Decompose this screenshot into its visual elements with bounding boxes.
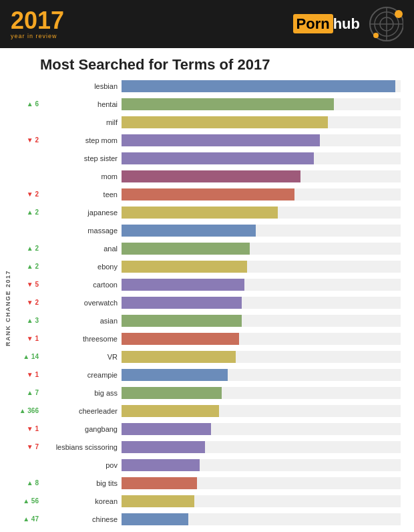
rank-change: ▲ 8 — [13, 479, 41, 487]
bar-container — [122, 369, 401, 381]
bar-fill — [122, 423, 211, 435]
rank-change: ▲ 2 — [13, 209, 41, 216]
bar-row: ▼ 2teen — [13, 186, 401, 203]
bar-fill — [122, 459, 200, 471]
deco-circles — [367, 6, 403, 43]
bar-row: ▲ 2anal — [13, 240, 401, 257]
bar-label: big ass — [41, 389, 122, 397]
bar-container — [122, 152, 401, 164]
bar-row: mom — [13, 168, 401, 184]
bar-row: ▼ 1gangbang — [13, 420, 401, 437]
bar-fill — [122, 98, 334, 110]
bar-fill — [122, 261, 247, 273]
bar-label: cartoon — [41, 281, 122, 289]
bar-container — [122, 495, 401, 507]
rank-change: ▲ 2 — [13, 245, 41, 252]
bar-row: ▼ 1threesome — [13, 330, 401, 347]
bar-container — [122, 80, 401, 92]
rank-change: ▲ 6 — [13, 100, 41, 108]
bar-label: ebony — [41, 263, 122, 271]
bar-fill — [122, 297, 242, 309]
bar-row: ▼ 7lesbians scissoring — [13, 438, 401, 455]
bar-label: asian — [41, 317, 122, 325]
bar-fill — [122, 279, 244, 291]
bar-fill — [122, 80, 395, 92]
bar-fill — [122, 369, 228, 381]
bar-container — [122, 279, 401, 291]
bar-label: step mom — [41, 136, 122, 144]
bar-container — [122, 225, 401, 237]
rank-change: ▼ 2 — [13, 136, 41, 144]
bar-row: ▲ 6hentai — [13, 96, 401, 112]
bar-row: lesbian — [13, 78, 401, 94]
bar-container — [122, 405, 401, 417]
rank-change: ▲ 2 — [13, 263, 41, 270]
bar-container — [122, 441, 401, 453]
bar-label: hentai — [41, 100, 122, 108]
bar-row: ▲ 8big tits — [13, 475, 401, 491]
ph-logo-text: Porn — [293, 14, 333, 33]
bar-row: massage — [13, 222, 401, 239]
bar-label: anal — [41, 245, 122, 253]
bar-fill — [122, 405, 219, 417]
bar-label: teen — [41, 190, 122, 198]
bar-container — [122, 207, 401, 219]
bar-label: japanese — [41, 209, 122, 217]
bar-fill — [122, 495, 194, 507]
bar-row: ▲ 366cheerleader — [13, 402, 401, 419]
year-number: 2017 — [11, 9, 64, 33]
bar-container — [122, 188, 401, 201]
bar-label: step sister — [41, 154, 122, 162]
bar-fill — [122, 351, 236, 363]
svg-point-6 — [373, 33, 379, 38]
bar-container — [122, 297, 401, 309]
bar-label: big tits — [41, 479, 122, 487]
bar-row: ▲ 2ebony — [13, 258, 401, 275]
bar-row: ▼ 1creampie — [13, 366, 401, 383]
bar-fill — [122, 441, 205, 453]
bar-container — [122, 513, 401, 525]
bar-fill — [122, 243, 250, 255]
rank-change: ▲ 47 — [13, 515, 41, 523]
year-logo: 2017 year in review — [11, 9, 64, 39]
bar-container — [122, 351, 401, 363]
bar-fill — [122, 513, 188, 525]
rank-change: ▼ 7 — [13, 443, 41, 450]
bar-row: ▲ 3asian — [13, 312, 401, 329]
bar-label: lesbians scissoring — [41, 443, 122, 451]
bar-label: mom — [41, 172, 122, 180]
bar-label: lesbian — [41, 82, 122, 90]
rank-change: ▲ 366 — [13, 407, 41, 414]
logo-right: Pornhub — [293, 6, 403, 43]
rank-change: ▲ 3 — [13, 317, 41, 324]
bar-fill — [122, 207, 278, 219]
bar-row: ▲ 14VR — [13, 348, 401, 365]
bar-label: gangbang — [41, 425, 122, 433]
bar-row: ▲ 7big ass — [13, 384, 401, 401]
bar-fill — [122, 170, 300, 182]
rank-change: ▼ 5 — [13, 281, 41, 288]
rank-change: ▼ 1 — [13, 425, 41, 432]
bar-label: pov — [41, 461, 122, 469]
rank-change: ▼ 1 — [13, 371, 41, 378]
svg-point-5 — [395, 10, 403, 18]
bar-row: ▲ 56korean — [13, 493, 401, 509]
bar-label: korean — [41, 497, 122, 505]
bar-container — [122, 170, 401, 182]
bar-container — [122, 333, 401, 345]
bar-container — [122, 243, 401, 255]
header: 2017 year in review Pornhub — [0, 0, 414, 48]
bar-row: ▲ 47chinese — [13, 511, 401, 527]
bar-fill — [122, 134, 320, 146]
bar-label: creampie — [41, 371, 122, 379]
chart-title: Most Searched for Terms of 2017 — [0, 48, 414, 78]
rank-change: ▼ 2 — [13, 299, 41, 306]
bar-fill — [122, 387, 222, 399]
bar-label: massage — [41, 227, 122, 235]
bar-row: ▼ 2step mom — [13, 132, 401, 148]
bar-container — [122, 98, 401, 110]
bar-fill — [122, 152, 314, 164]
bar-row: pov — [13, 456, 401, 473]
bar-container — [122, 477, 401, 489]
year-sub: year in review — [11, 33, 57, 39]
